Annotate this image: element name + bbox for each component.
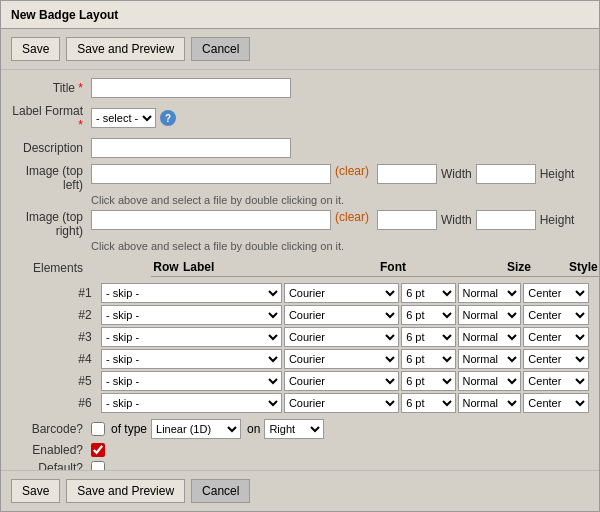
table-row: #3 - skip - Courier 6 pt Normal Center bbox=[71, 327, 589, 347]
enabled-label: Enabled? bbox=[11, 443, 91, 457]
row-num-1: #1 bbox=[71, 286, 99, 300]
barcode-on-select[interactable]: Right bbox=[264, 419, 324, 439]
description-input[interactable] bbox=[91, 138, 291, 158]
enabled-row: Enabled? bbox=[11, 443, 589, 457]
form-content: Title * Label Format * - select - ? Desc… bbox=[1, 70, 599, 470]
label-format-label: Label Format * bbox=[11, 104, 91, 132]
top-toolbar: Save Save and Preview Cancel bbox=[1, 29, 599, 70]
align-select-5[interactable]: Center bbox=[523, 371, 589, 391]
skip-select-6[interactable]: - skip - bbox=[101, 393, 282, 413]
image-top-right-height[interactable] bbox=[476, 210, 536, 230]
image-top-left-width[interactable] bbox=[377, 164, 437, 184]
barcode-checkbox[interactable] bbox=[91, 422, 105, 436]
label-format-select[interactable]: - select - bbox=[91, 108, 156, 128]
align-select-1[interactable]: Center bbox=[523, 283, 589, 303]
col-style-header: Style bbox=[569, 260, 599, 274]
title-input[interactable] bbox=[91, 78, 291, 98]
image-top-right-row: Image (top right) (clear) Width Height bbox=[11, 210, 589, 238]
barcode-label: Barcode? bbox=[11, 422, 91, 436]
image-top-left-section: Image (top left) (clear) Width Height Cl… bbox=[11, 164, 589, 206]
table-row: #6 - skip - Courier 6 pt Normal Center bbox=[71, 393, 589, 413]
size-select-5[interactable]: 6 pt bbox=[401, 371, 455, 391]
font-select-4[interactable]: Courier bbox=[284, 349, 399, 369]
title-label: Title * bbox=[11, 81, 91, 95]
font-select-3[interactable]: Courier bbox=[284, 327, 399, 347]
image-top-left-label: Image (top left) bbox=[11, 164, 91, 192]
style-select-5[interactable]: Normal bbox=[458, 371, 522, 391]
table-row: #4 - skip - Courier 6 pt Normal Center bbox=[71, 349, 589, 369]
barcode-row: Barcode? of type Linear (1D) on Right bbox=[11, 419, 589, 439]
default-row: Default? bbox=[11, 461, 589, 470]
style-select-4[interactable]: Normal bbox=[458, 349, 522, 369]
font-select-6[interactable]: Courier bbox=[284, 393, 399, 413]
clear-top-right[interactable]: (clear) bbox=[335, 210, 369, 224]
enabled-checkbox[interactable] bbox=[91, 443, 105, 457]
element-rows: #1 - skip - Courier 6 pt Normal Center #… bbox=[11, 283, 589, 413]
bottom-toolbar: Save Save and Preview Cancel bbox=[1, 470, 599, 511]
window-title: New Badge Layout bbox=[1, 1, 599, 29]
table-row: #5 - skip - Courier 6 pt Normal Center bbox=[71, 371, 589, 391]
image-top-right-input[interactable] bbox=[91, 210, 331, 230]
row-num-6: #6 bbox=[71, 396, 99, 410]
style-select-6[interactable]: Normal bbox=[458, 393, 522, 413]
row-num-4: #4 bbox=[71, 352, 99, 366]
size-select-1[interactable]: 6 pt bbox=[401, 283, 455, 303]
height-label-2: Height bbox=[540, 213, 575, 227]
barcode-type-select[interactable]: Linear (1D) bbox=[151, 419, 241, 439]
row-num-5: #5 bbox=[71, 374, 99, 388]
of-type-label: of type bbox=[111, 422, 147, 436]
skip-select-5[interactable]: - skip - bbox=[101, 371, 282, 391]
col-font-header: Font bbox=[380, 260, 505, 274]
skip-select-3[interactable]: - skip - bbox=[101, 327, 282, 347]
image-top-right-label: Image (top right) bbox=[11, 210, 91, 238]
font-select-5[interactable]: Courier bbox=[284, 371, 399, 391]
image-top-right-section: Image (top right) (clear) Width Height C… bbox=[11, 210, 589, 252]
table-row: #2 - skip - Courier 6 pt Normal Center bbox=[71, 305, 589, 325]
elements-label: Elements bbox=[11, 261, 91, 275]
default-checkbox[interactable] bbox=[91, 461, 105, 470]
image-top-left-row: Image (top left) (clear) Width Height bbox=[11, 164, 589, 192]
clear-top-left[interactable]: (clear) bbox=[335, 164, 369, 178]
align-select-2[interactable]: Center bbox=[523, 305, 589, 325]
save-button-bottom[interactable]: Save bbox=[11, 479, 60, 503]
width-label-1: Width bbox=[441, 167, 472, 181]
cancel-button-bottom[interactable]: Cancel bbox=[191, 479, 250, 503]
save-button-top[interactable]: Save bbox=[11, 37, 60, 61]
width-label-2: Width bbox=[441, 213, 472, 227]
image-top-left-input[interactable] bbox=[91, 164, 331, 184]
on-label: on bbox=[247, 422, 260, 436]
size-select-6[interactable]: 6 pt bbox=[401, 393, 455, 413]
save-preview-button-top[interactable]: Save and Preview bbox=[66, 37, 185, 61]
save-preview-button-bottom[interactable]: Save and Preview bbox=[66, 479, 185, 503]
font-select-2[interactable]: Courier bbox=[284, 305, 399, 325]
style-select-2[interactable]: Normal bbox=[458, 305, 522, 325]
align-select-4[interactable]: Center bbox=[523, 349, 589, 369]
align-select-6[interactable]: Center bbox=[523, 393, 589, 413]
title-text: New Badge Layout bbox=[11, 8, 118, 22]
label-format-row: Label Format * - select - ? bbox=[11, 104, 589, 132]
image-top-right-hint: Click above and select a file by double … bbox=[91, 240, 589, 252]
skip-select-2[interactable]: - skip - bbox=[101, 305, 282, 325]
font-select-1[interactable]: Courier bbox=[284, 283, 399, 303]
size-select-3[interactable]: 6 pt bbox=[401, 327, 455, 347]
cancel-button-top[interactable]: Cancel bbox=[191, 37, 250, 61]
size-select-4[interactable]: 6 pt bbox=[401, 349, 455, 369]
default-label: Default? bbox=[11, 461, 91, 470]
image-top-left-height[interactable] bbox=[476, 164, 536, 184]
help-icon[interactable]: ? bbox=[160, 110, 176, 126]
row-num-2: #2 bbox=[71, 308, 99, 322]
size-select-2[interactable]: 6 pt bbox=[401, 305, 455, 325]
height-label-1: Height bbox=[540, 167, 575, 181]
row-num-3: #3 bbox=[71, 330, 99, 344]
style-select-1[interactable]: Normal bbox=[458, 283, 522, 303]
skip-select-4[interactable]: - skip - bbox=[101, 349, 282, 369]
elements-section: Elements Row Label Font Size Style Align… bbox=[11, 258, 589, 277]
table-row: #1 - skip - Courier 6 pt Normal Center bbox=[71, 283, 589, 303]
description-row: Description bbox=[11, 138, 589, 158]
style-select-3[interactable]: Normal bbox=[458, 327, 522, 347]
skip-select-1[interactable]: - skip - bbox=[101, 283, 282, 303]
title-row: Title * bbox=[11, 78, 589, 98]
image-top-right-width[interactable] bbox=[377, 210, 437, 230]
align-select-3[interactable]: Center bbox=[523, 327, 589, 347]
description-label: Description bbox=[11, 141, 91, 155]
